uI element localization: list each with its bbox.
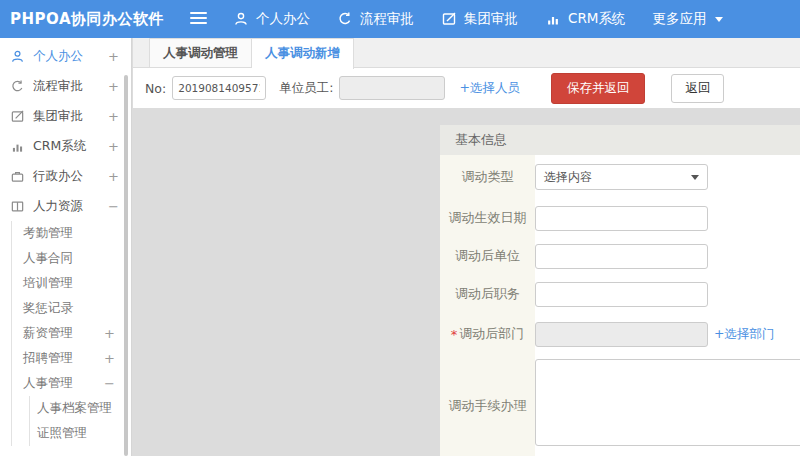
edit-icon — [441, 11, 457, 27]
top-bar: PHPOA协同办公软件 个人办公 流程审批 集团审批 CRM系统 更多应用 — [0, 0, 800, 38]
sidebar-item-label: 个人办公 — [33, 48, 83, 65]
basic-info-panel: 基本信息 调动类型 选择内容 调动生效日期 调动后单位 — [440, 125, 800, 456]
sub-item-label: 人事管理 — [23, 375, 73, 392]
form-toolbar: No: 单位员工: +选择人员 保存并返回 返回 — [133, 68, 800, 109]
select-person-link[interactable]: +选择人员 — [459, 80, 519, 97]
sidebar-item-reward-punishment[interactable]: 奖惩记录 — [12, 296, 131, 321]
topnav-group-approval[interactable]: 集团审批 — [441, 10, 518, 28]
sub-item-label: 招聘管理 — [23, 350, 73, 367]
sidebar-item-certificate-mgmt[interactable]: 证照管理 — [30, 421, 131, 446]
no-input[interactable] — [172, 76, 266, 100]
sidebar-item-attendance-mgmt[interactable]: 考勤管理 — [12, 221, 131, 246]
hr-submenu: 考勤管理 人事合同 培训管理 奖惩记录 薪资管理 + 招聘管理 + 人事管理 −… — [11, 221, 131, 446]
procedure-textarea[interactable] — [535, 359, 800, 446]
employee-input[interactable] — [339, 76, 445, 100]
sidebar-item-training-mgmt[interactable]: 培训管理 — [12, 271, 131, 296]
bar-chart-icon — [545, 11, 561, 27]
required-asterisk: * — [451, 327, 458, 342]
expand-plus-icon[interactable]: + — [104, 351, 115, 366]
collapse-minus-icon[interactable]: − — [108, 199, 119, 214]
topnav-crm-system[interactable]: CRM系统 — [545, 10, 625, 28]
sidebar-item-label: CRM系统 — [33, 138, 86, 155]
form-row-procedure: 调动手续办理 — [440, 355, 800, 456]
sidebar-item-personnel-files[interactable]: 人事档案管理 — [30, 396, 131, 421]
topnav-label: 更多应用 — [652, 10, 706, 28]
process-icon — [10, 79, 25, 94]
app-logo: PHPOA协同办公软件 — [10, 10, 164, 29]
sidebar-item-salary-mgmt[interactable]: 薪资管理 + — [12, 321, 131, 346]
select-department-link[interactable]: +选择部门 — [714, 326, 774, 343]
topnav-process-approval[interactable]: 流程审批 — [337, 10, 414, 28]
save-and-return-button[interactable]: 保存并返回 — [551, 73, 646, 104]
sidebar-item-hr-contract[interactable]: 人事合同 — [12, 246, 131, 271]
transfer-type-select[interactable]: 选择内容 — [535, 164, 708, 190]
field-label: 调动后职务 — [440, 275, 535, 313]
form-row-new-unit: 调动后单位 — [440, 237, 800, 275]
topnav-label: 流程审批 — [360, 10, 414, 28]
edit-icon — [10, 109, 25, 124]
sidebar-item-crm-system[interactable]: CRM系统 + — [0, 131, 131, 161]
bar-chart-icon — [10, 139, 25, 154]
tab-transfer-management[interactable]: 人事调动管理 — [149, 38, 252, 67]
topnav-label: 集团审批 — [464, 10, 518, 28]
sub-item-label: 人事档案管理 — [37, 400, 112, 417]
field-label: 调动类型 — [440, 155, 535, 199]
sidebar-scrollbar[interactable] — [124, 75, 128, 456]
effective-date-input[interactable] — [535, 206, 708, 231]
collapse-minus-icon[interactable]: − — [104, 376, 115, 391]
sidebar-item-personnel-mgmt[interactable]: 人事管理 − — [12, 371, 131, 396]
caret-down-icon — [715, 17, 723, 22]
top-nav: 个人办公 流程审批 集团审批 CRM系统 更多应用 — [233, 0, 750, 38]
sidebar-item-admin-office[interactable]: 行政办公 + — [0, 161, 131, 191]
sidebar-item-human-resources[interactable]: 人力资源 − — [0, 191, 131, 221]
expand-plus-icon[interactable]: + — [104, 326, 115, 341]
sidebar-item-process-approval[interactable]: 流程审批 + — [0, 71, 131, 101]
user-icon — [233, 11, 249, 27]
expand-plus-icon[interactable]: + — [108, 139, 119, 154]
topnav-label: CRM系统 — [568, 10, 625, 28]
tab-bar: 人事调动管理 人事调动新增 — [133, 38, 800, 68]
sidebar-item-label: 集团审批 — [33, 108, 83, 125]
caret-down-icon — [691, 175, 699, 180]
expand-plus-icon[interactable]: + — [108, 109, 119, 124]
topnav-personal-office[interactable]: 个人办公 — [233, 10, 310, 28]
sub-item-label: 考勤管理 — [23, 225, 73, 242]
workspace: 基本信息 调动类型 选择内容 调动生效日期 调动后单位 — [133, 108, 800, 456]
sidebar-item-recruitment-mgmt[interactable]: 招聘管理 + — [12, 346, 131, 371]
new-unit-input[interactable] — [535, 244, 708, 269]
sidebar-item-personal-office[interactable]: 个人办公 + — [0, 41, 131, 71]
sub-item-label: 人事合同 — [23, 250, 73, 267]
new-position-input[interactable] — [535, 282, 708, 307]
field-label: 调动生效日期 — [440, 199, 535, 237]
sidebar-item-label: 人力资源 — [33, 198, 83, 215]
sidebar-item-group-approval[interactable]: 集团审批 + — [0, 101, 131, 131]
sidebar: 个人办公 + 流程审批 + 集团审批 + CRM系统 + 行政办公 + 人力资源… — [0, 38, 132, 456]
topnav-label: 个人办公 — [256, 10, 310, 28]
form-row-transfer-type: 调动类型 选择内容 — [440, 155, 800, 199]
tab-label: 人事调动管理 — [163, 45, 238, 60]
main-content: 人事调动管理 人事调动新增 No: 单位员工: +选择人员 保存并返回 返回 基… — [133, 38, 800, 456]
sidebar-item-label: 流程审批 — [33, 78, 83, 95]
book-icon — [10, 199, 25, 214]
field-label: 调动后单位 — [440, 237, 535, 275]
select-value: 选择内容 — [544, 169, 592, 186]
field-label: 调动手续办理 — [440, 355, 535, 456]
expand-plus-icon[interactable]: + — [108, 79, 119, 94]
sub-item-label: 培训管理 — [23, 275, 73, 292]
back-button[interactable]: 返回 — [671, 74, 724, 103]
tab-label: 人事调动新增 — [265, 45, 340, 60]
new-department-input[interactable] — [535, 322, 708, 347]
employee-label: 单位员工: — [279, 80, 333, 97]
expand-plus-icon[interactable]: + — [108, 169, 119, 184]
sidebar-item-label: 行政办公 — [33, 168, 83, 185]
topnav-more-apps[interactable]: 更多应用 — [652, 10, 723, 28]
process-icon — [337, 11, 353, 27]
sub-item-label: 证照管理 — [37, 425, 87, 442]
sub-item-label: 薪资管理 — [23, 325, 73, 342]
expand-plus-icon[interactable]: + — [108, 49, 119, 64]
hamburger-menu-icon[interactable] — [190, 12, 207, 27]
personnel-submenu: 人事档案管理 证照管理 — [29, 396, 131, 446]
briefcase-icon — [10, 169, 25, 184]
sub-item-label: 奖惩记录 — [23, 300, 73, 317]
tab-transfer-new[interactable]: 人事调动新增 — [252, 38, 354, 69]
